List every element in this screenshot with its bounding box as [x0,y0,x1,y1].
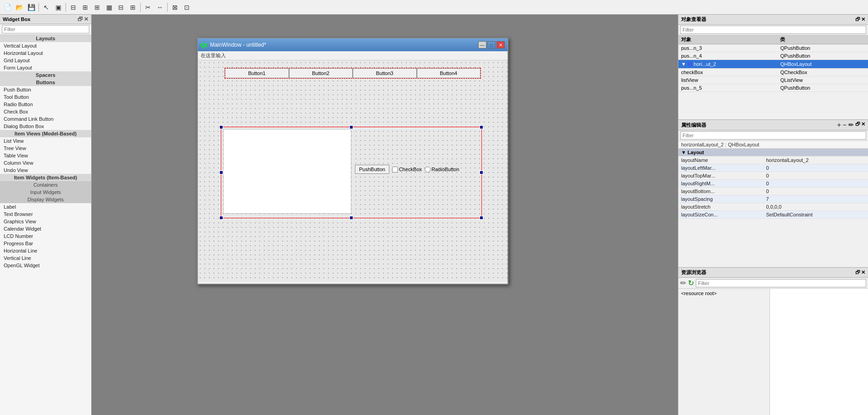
obj-row-0[interactable]: pus...n_3 QPushButton [678,44,868,52]
prop-row-layoutSizeCon[interactable]: layoutSizeCon... SetDefaultConstraint [678,211,868,219]
prop-filter-input[interactable] [680,131,866,140]
widget-horizontal-line[interactable]: Horizontal Line [0,247,91,254]
radio-widget[interactable]: RadioButton [425,167,459,172]
prop-row-layoutBottom[interactable]: layoutBottom... 0 [678,188,868,195]
widget-calendar-widget[interactable]: Calendar Widget [0,225,91,232]
handle-bm[interactable] [349,216,353,220]
inner-list-widget[interactable] [223,129,351,214]
obj-row-2[interactable]: ▼ ⊟ hori...ut_2 QHBoxLayout [678,60,868,69]
open-button[interactable]: 📂 [14,2,25,13]
handle-ml[interactable] [219,171,223,174]
prop-restore-btn[interactable]: 🗗 [855,121,860,129]
obj-row-4[interactable]: listView QListView [678,76,868,84]
widget-box-close[interactable]: ✕ [84,16,88,22]
widget-form-layout[interactable]: Form Layout [0,64,91,71]
qt-close-button[interactable]: ✕ [497,41,505,49]
pushbutton-widget[interactable]: PushButton [355,165,389,174]
hlayout-btn[interactable]: ⊟ [68,2,79,13]
widget-vertical-line[interactable]: Vertical Line [0,254,91,262]
qt-designer-window[interactable]: Qt MainWindow - untitled* — □ ✕ 在这里输入 Bu… [197,38,508,285]
widget-opengl-widget[interactable]: OpenGL Widget [0,262,91,269]
prop-row-layoutLeftMar[interactable]: layoutLeftMar... 0 [678,164,868,172]
save-button[interactable]: 💾 [26,2,37,13]
checkbox-input[interactable] [392,167,398,172]
widget-progress-bar[interactable]: Progress Bar [0,240,91,247]
prop-row-layoutSpacing[interactable]: layoutSpacing 7 [678,195,868,203]
widget-tool-button[interactable]: Tool Button [0,93,91,101]
qt-menubar[interactable]: 在这里输入 [198,51,508,60]
canvas-area[interactable]: Qt MainWindow - untitled* — □ ✕ 在这里输入 Bu… [92,15,678,415]
splitter-v-btn[interactable]: ⊞ [127,2,138,13]
btn1[interactable]: Button1 [225,68,289,78]
widget-label[interactable]: Label [0,203,91,210]
flayout-btn[interactable]: ▦ [104,2,115,13]
res-refresh-btn[interactable]: ↻ [688,279,694,287]
res-root-item[interactable]: <resource root> [681,291,717,296]
qt-maximize-button[interactable]: □ [487,41,496,49]
obj-filter-input[interactable] [680,26,866,34]
handle-tl[interactable] [219,125,223,129]
widget-table-view[interactable]: Table View [0,152,91,159]
widget-filter-input[interactable] [2,25,89,33]
prop-add-btn[interactable]: + [837,121,841,129]
section-buttons: Buttons [0,79,91,86]
widget-radio-button[interactable]: Radio Button [0,101,91,108]
obj-restore-btn[interactable]: 🗗 [855,16,860,22]
adjust-size-btn[interactable]: ↔ [154,2,165,13]
handle-mr[interactable] [480,171,483,174]
handle-bl[interactable] [219,216,223,220]
obj-row-3[interactable]: checkBox QCheckBox [678,69,868,76]
prop-row-layoutRightM[interactable]: layoutRightM... 0 [678,180,868,188]
widget-horizontal-layout[interactable]: Horizontal Layout [0,49,91,57]
widget-grid-layout[interactable]: Grid Layout [0,57,91,64]
widget-text-browser[interactable]: Text Browser [0,210,91,218]
res-edit-btn[interactable]: ✏ [680,279,686,287]
splitter-h-btn[interactable]: ⊟ [115,2,126,13]
qt-content[interactable]: Button1 Button2 Button3 Button4 [198,60,508,282]
widget-check-box[interactable]: Check Box [0,108,91,115]
prop-edit-btn[interactable]: ✏ [848,121,854,129]
btn2[interactable]: Button2 [289,68,353,78]
widget-graphics-view[interactable]: Graphics View [0,218,91,225]
glayout-btn[interactable]: ⊞ [92,2,103,13]
res-filter-input[interactable] [696,279,866,287]
obj-close-btn[interactable]: ✕ [861,16,865,22]
widget-lcd-number[interactable]: LCD Number [0,232,91,240]
widget-edit-tool[interactable]: ▣ [53,2,64,13]
btn4[interactable]: Button4 [417,68,481,78]
widget-column-view[interactable]: Column View [0,159,91,167]
prop-row-layoutTopMar[interactable]: layoutTopMar... 0 [678,172,868,180]
widget-vertical-layout[interactable]: Vertical Layout [0,42,91,49]
widget-undo-view[interactable]: Undo View [0,167,91,174]
widget-push-button[interactable]: Push Button [0,86,91,93]
widget-box-restore[interactable]: 🗗 [77,16,83,22]
prop-close-btn[interactable]: ✕ [861,121,865,129]
prop-row-layoutStretch[interactable]: layoutStretch 0,0,0,0 [678,203,868,211]
prop-value-layoutSizeCon: SetDefaultConstraint [763,211,868,219]
extra2-btn[interactable]: ⊡ [181,2,192,13]
btn3[interactable]: Button3 [353,68,417,78]
handle-tr[interactable] [480,125,483,129]
radio-input[interactable] [425,167,431,172]
pointer-tool[interactable]: ↖ [41,2,52,13]
res-restore-btn[interactable]: 🗗 [855,269,860,275]
widget-list-view[interactable]: List View [0,137,91,145]
obj-row-5[interactable]: pus...n_5 QPushButton [678,84,868,92]
res-close-btn[interactable]: ✕ [861,269,865,275]
handle-br[interactable] [480,216,483,220]
extra1-btn[interactable]: ⊠ [169,2,180,13]
obj-class-4: QListView [777,76,868,84]
qt-minimize-button[interactable]: — [478,41,486,49]
vlayout-btn[interactable]: ⊞ [80,2,91,13]
widget-command-link-button[interactable]: Command Link Button [0,115,91,123]
prop-remove-btn[interactable]: − [843,121,846,129]
checkbox-widget[interactable]: CheckBox [392,167,422,172]
handle-tm[interactable] [349,125,353,129]
widget-tree-view[interactable]: Tree View [0,145,91,152]
selection-box[interactable]: PushButton CheckBox RadioButton [221,127,482,218]
new-button[interactable]: 📄 [2,2,13,13]
obj-row-1[interactable]: pus...n_4 QPushButton [678,52,868,60]
prop-row-layoutName[interactable]: layoutName horizontalLayout_2 [678,156,868,164]
widget-dialog-button-box[interactable]: Dialog Button Box [0,123,91,130]
break-layout-btn[interactable]: ✂ [142,2,153,13]
